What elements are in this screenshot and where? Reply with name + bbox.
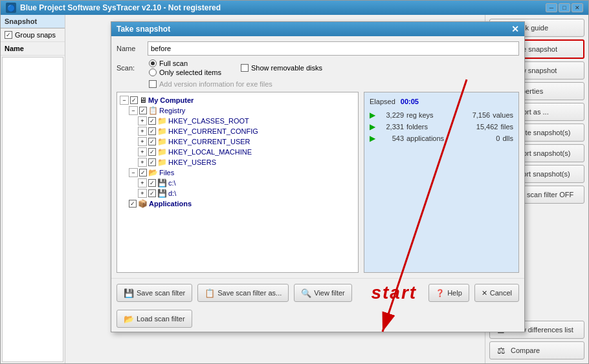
help-button[interactable]: ❓ Help	[428, 284, 469, 302]
add-version-checkbox[interactable]	[149, 80, 157, 88]
stats-row-2: ▶ 543 applications 0 dlls	[370, 134, 513, 143]
snapshot-list[interactable]	[2, 57, 63, 362]
expander-hkcc[interactable]: +	[138, 127, 147, 136]
only-selected-radio[interactable]	[149, 69, 157, 76]
stat-type-1: folders	[406, 123, 466, 131]
tree-c-drive[interactable]: + 💾 c:\	[120, 178, 355, 188]
stat-count-1: 2,331	[378, 123, 404, 131]
expander-d[interactable]: +	[138, 189, 147, 198]
stat-type-0: reg keys	[406, 111, 458, 119]
load-filter-icon: 📂	[124, 314, 134, 324]
checkbox-c[interactable]	[148, 179, 156, 187]
tree-files[interactable]: − 📂 Files	[120, 167, 355, 178]
start-button[interactable]: start	[364, 283, 423, 303]
checkbox-d[interactable]	[148, 189, 156, 197]
stat-type2-0: values	[493, 111, 513, 119]
checkbox-hkcc[interactable]	[148, 127, 156, 135]
checkbox-registry[interactable]	[139, 107, 147, 114]
name-input[interactable]	[148, 41, 519, 56]
scan-row: Scan: Full scan Only selected items	[117, 59, 519, 76]
dialog-title-bar: Take snapshot ✕	[111, 22, 524, 36]
close-button[interactable]: ✕	[572, 3, 583, 12]
main-area: Take snapshot ✕ Name Scan:	[65, 15, 485, 363]
save-filter-button[interactable]: 💾 Save scan filter	[117, 284, 192, 302]
compare-icon: ⚖	[495, 345, 507, 356]
checkbox-applications[interactable]	[129, 200, 137, 208]
app-title: Blue Project Software SysTracer v2.10 - …	[20, 3, 221, 12]
tree-registry[interactable]: − 📋 Registry	[120, 105, 355, 116]
tree-applications[interactable]: 📦 Applications	[120, 198, 355, 209]
arrow-icon-0: ▶	[370, 111, 375, 120]
tree-hkcu[interactable]: + 📁 HKEY_CURRENT_USER	[120, 136, 355, 147]
dialog-close-button[interactable]: ✕	[511, 25, 519, 34]
registry-icon: 📋	[148, 106, 158, 115]
sidebar: Snapshot ✓ Group snaps Name	[1, 15, 65, 363]
group-snapshots[interactable]: ✓ Group snaps	[1, 28, 65, 42]
apps-icon: 📦	[138, 199, 148, 208]
expander-hkcr[interactable]: +	[138, 116, 147, 125]
dialog-bottom-bar: 💾 Save scan filter 📋 Save scan filter as…	[111, 278, 524, 307]
tree-hkcc[interactable]: + 📁 HKEY_CURRENT_CONFIG	[120, 126, 355, 136]
save-filter-as-icon: 📋	[205, 288, 215, 298]
scan-tree[interactable]: − 🖥 My Computer − 📋 Registry	[117, 92, 359, 273]
tree-my-computer[interactable]: − 🖥 My Computer	[120, 95, 355, 105]
save-filter-as-button[interactable]: 📋 Save scan filter as...	[197, 284, 289, 302]
checkbox-hku[interactable]	[148, 158, 156, 166]
d-drive-icon: 💾	[157, 189, 167, 198]
tree-hklm[interactable]: + 📁 HKEY_LOCAL_MACHINE	[120, 147, 355, 157]
content-area: Snapshot ✓ Group snaps Name Take snapsho…	[1, 15, 588, 363]
full-scan-option[interactable]: Full scan	[149, 59, 221, 67]
compare-button[interactable]: ⚖ Compare	[489, 341, 584, 359]
main-window: 🔵 Blue Project Software SysTracer v2.10 …	[0, 0, 589, 364]
maximize-button[interactable]: □	[559, 3, 570, 12]
tree-hkcr[interactable]: + 📁 HKEY_CLASSES_ROOT	[120, 116, 355, 126]
d-drive-label: d:\	[168, 189, 176, 197]
full-scan-radio[interactable]	[149, 59, 157, 67]
load-filter-button[interactable]: 📂 Load scan filter	[117, 310, 192, 328]
name-header: Name	[1, 42, 65, 56]
hkcu-icon: 📁	[157, 137, 167, 146]
app-icon: 🔵	[6, 3, 16, 13]
arrow-icon-1: ▶	[370, 122, 375, 131]
save-filter-icon: 💾	[124, 288, 134, 298]
cancel-icon: ✕	[482, 289, 487, 297]
checkbox-hkcr[interactable]	[148, 117, 156, 125]
expander-my-computer[interactable]: −	[120, 96, 129, 105]
cancel-button[interactable]: ✕ Cancel	[474, 284, 519, 302]
expander-hklm[interactable]: +	[138, 147, 147, 156]
hkcc-label: HKEY_CURRENT_CONFIG	[168, 127, 258, 135]
group-checkbox[interactable]: ✓	[5, 31, 12, 39]
load-filter-row: 📂 Load scan filter	[111, 307, 524, 332]
title-bar: 🔵 Blue Project Software SysTracer v2.10 …	[1, 1, 588, 15]
dialog-main-content: − 🖥 My Computer − 📋 Registry	[117, 92, 519, 273]
expander-c[interactable]: +	[138, 178, 147, 187]
tree-hku[interactable]: + 📁 HKEY_USERS	[120, 157, 355, 167]
checkbox-hklm[interactable]	[148, 148, 156, 156]
checkbox-hkcu[interactable]	[148, 138, 156, 145]
add-version-row[interactable]: Add version information for exe files	[117, 80, 519, 88]
stat-type2-2: dlls	[502, 134, 513, 142]
expander-registry[interactable]: −	[129, 106, 138, 115]
stat-type-2: applications	[406, 134, 468, 142]
expander-files[interactable]: −	[129, 168, 138, 177]
checkbox-my-computer[interactable]	[130, 96, 138, 104]
help-icon: ❓	[436, 289, 445, 297]
dialog-body: Name Scan: Full scan	[111, 36, 524, 278]
show-removable-checkbox[interactable]	[241, 64, 249, 72]
snapshots-tab[interactable]: Snapshot	[1, 15, 65, 28]
show-removable-option[interactable]: Show removable disks	[241, 64, 322, 72]
name-label: Name	[117, 45, 142, 52]
checkbox-files[interactable]	[139, 169, 147, 177]
expander-hkcu[interactable]: +	[138, 137, 147, 146]
hklm-icon: 📁	[157, 147, 167, 156]
scan-options: Full scan Only selected items	[149, 59, 221, 76]
minimize-button[interactable]: ─	[546, 3, 557, 12]
expander-hku[interactable]: +	[138, 158, 147, 167]
only-selected-option[interactable]: Only selected items	[149, 69, 221, 76]
elapsed-label: Elapsed	[370, 98, 395, 105]
tree-d-drive[interactable]: + 💾 d:\	[120, 188, 355, 198]
hku-icon: 📁	[157, 158, 167, 167]
stat-count-2: 543	[378, 134, 404, 142]
view-filter-button[interactable]: 🔍 View filter	[294, 284, 351, 302]
name-row: Name	[117, 41, 519, 56]
